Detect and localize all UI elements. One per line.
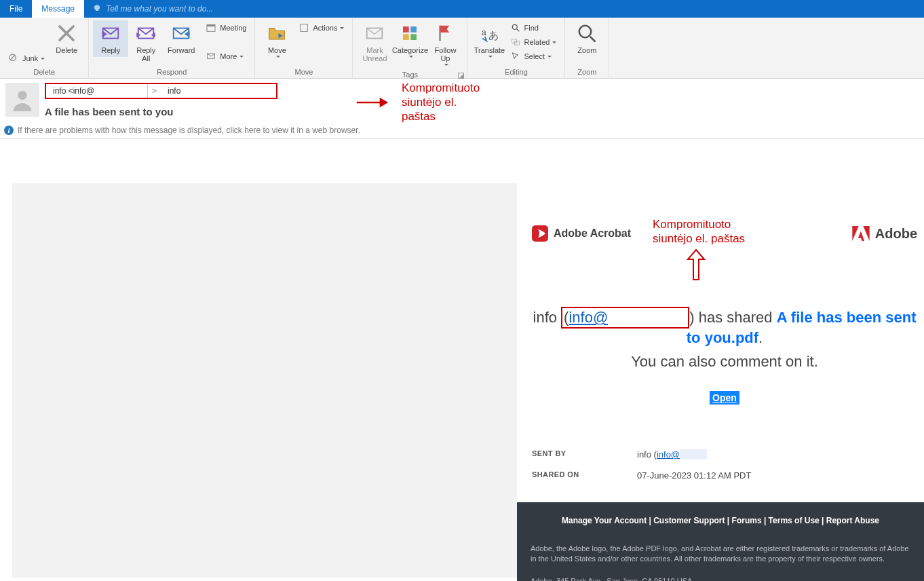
svg-rect-10 bbox=[403, 26, 409, 33]
svg-rect-11 bbox=[411, 26, 417, 33]
svg-rect-12 bbox=[403, 34, 409, 40]
svg-point-20 bbox=[579, 26, 592, 38]
more-button[interactable]: More bbox=[201, 49, 250, 63]
delete-button[interactable]: Delete bbox=[49, 20, 84, 57]
footer-legal: Adobe, the Adobe logo, the Adobe PDF log… bbox=[531, 544, 910, 564]
adobe-acrobat-logo: Adobe Acrobat bbox=[532, 225, 631, 242]
subject-line: A file has been sent to you bbox=[45, 106, 277, 117]
svg-point-22 bbox=[18, 91, 26, 100]
svg-rect-6 bbox=[207, 24, 215, 26]
annotation-text-right: Kompromituotosiuntėjo el. paštas bbox=[653, 217, 745, 246]
adobe-logo: Adobe bbox=[852, 226, 917, 242]
info-icon: i bbox=[4, 126, 14, 135]
svg-rect-8 bbox=[301, 24, 308, 31]
tab-file[interactable]: File bbox=[0, 0, 32, 18]
tell-me-search[interactable]: Tell me what you want to do... bbox=[84, 0, 213, 18]
group-delete: Delete bbox=[0, 67, 88, 78]
select-button[interactable]: Select bbox=[507, 49, 560, 63]
reply-button[interactable]: Reply bbox=[93, 20, 128, 57]
tags-dialog-launcher[interactable] bbox=[458, 73, 464, 79]
meta-sentby-email[interactable]: info@ bbox=[657, 449, 680, 460]
meta-sentby-label: SENT BY bbox=[532, 449, 637, 460]
meta-sharedon-value: 07-June-2023 01:12 AM PDT bbox=[637, 470, 751, 481]
open-button[interactable]: Open bbox=[710, 391, 739, 405]
from-arrow-chevron: > bbox=[148, 86, 161, 96]
svg-line-17 bbox=[517, 29, 520, 31]
forward-button[interactable]: Forward bbox=[163, 20, 199, 57]
actions-button[interactable]: Actions bbox=[294, 20, 348, 35]
from-label: info <info@ bbox=[46, 84, 148, 98]
tell-me-placeholder: Tell me what you want to do... bbox=[106, 4, 213, 14]
move-button[interactable]: Move bbox=[259, 20, 294, 61]
group-respond: Respond bbox=[89, 67, 254, 78]
from-field-highlight: info <info@ > info bbox=[45, 83, 277, 99]
svg-point-16 bbox=[513, 24, 518, 29]
group-move: Move bbox=[255, 67, 352, 78]
reply-all-button[interactable]: Reply All bbox=[128, 20, 163, 65]
svg-rect-13 bbox=[411, 34, 417, 40]
find-button[interactable]: Find bbox=[507, 20, 560, 35]
footer-abuse-link[interactable]: Report Abuse bbox=[826, 516, 879, 525]
footer-forums-link[interactable]: Forums bbox=[732, 516, 762, 525]
group-zoom: Zoom bbox=[565, 67, 609, 78]
view-in-browser-banner[interactable]: i If there are problems with how this me… bbox=[4, 126, 919, 135]
annotation-arrow-right: Kompromituotosiuntėjo el. paštas bbox=[355, 81, 484, 124]
footer-address: Adobe, 345 Park Ave., San Jose, CA 95110… bbox=[531, 576, 910, 581]
meeting-button[interactable]: Meeting bbox=[201, 20, 250, 35]
svg-text:a: a bbox=[482, 28, 486, 37]
email-highlight-box: (info@ bbox=[561, 307, 689, 329]
footer-manage-link[interactable]: Manage Your Account bbox=[562, 516, 647, 525]
ribbon: Junk Delete Delete Reply Reply All bbox=[0, 18, 924, 79]
categorize-button[interactable]: Categorize bbox=[392, 20, 427, 61]
shared-heading: info (info@) has shared A file has been … bbox=[532, 307, 917, 348]
follow-up-button[interactable]: Follow Up bbox=[427, 20, 463, 69]
svg-text:あ: あ bbox=[488, 29, 499, 41]
junk-button[interactable]: Junk bbox=[4, 51, 49, 65]
svg-line-1 bbox=[10, 55, 15, 60]
sender-avatar bbox=[5, 83, 39, 117]
group-tags: Tags bbox=[353, 69, 467, 81]
from-extra: info bbox=[161, 84, 276, 98]
related-button[interactable]: Related bbox=[507, 35, 560, 49]
comment-line: You can also comment on it. bbox=[532, 353, 917, 371]
sender-email-link[interactable]: info@ bbox=[569, 309, 608, 326]
group-editing: Editing bbox=[467, 67, 564, 78]
footer-support-link[interactable]: Customer Support bbox=[653, 516, 725, 525]
zoom-button[interactable]: Zoom bbox=[569, 20, 604, 57]
svg-line-21 bbox=[590, 37, 596, 42]
email-footer: Manage Your Account | Customer Support |… bbox=[517, 502, 924, 581]
meta-sharedon-label: SHARED ON bbox=[532, 470, 637, 481]
translate-button[interactable]: aあ Translate bbox=[471, 20, 507, 61]
tab-message[interactable]: Message bbox=[32, 0, 84, 18]
footer-terms-link[interactable]: Terms of Use bbox=[769, 516, 820, 525]
message-preview-gray bbox=[12, 183, 517, 578]
mark-unread-button[interactable]: Mark Unread bbox=[357, 20, 392, 65]
annotation-arrow-up bbox=[687, 248, 706, 281]
